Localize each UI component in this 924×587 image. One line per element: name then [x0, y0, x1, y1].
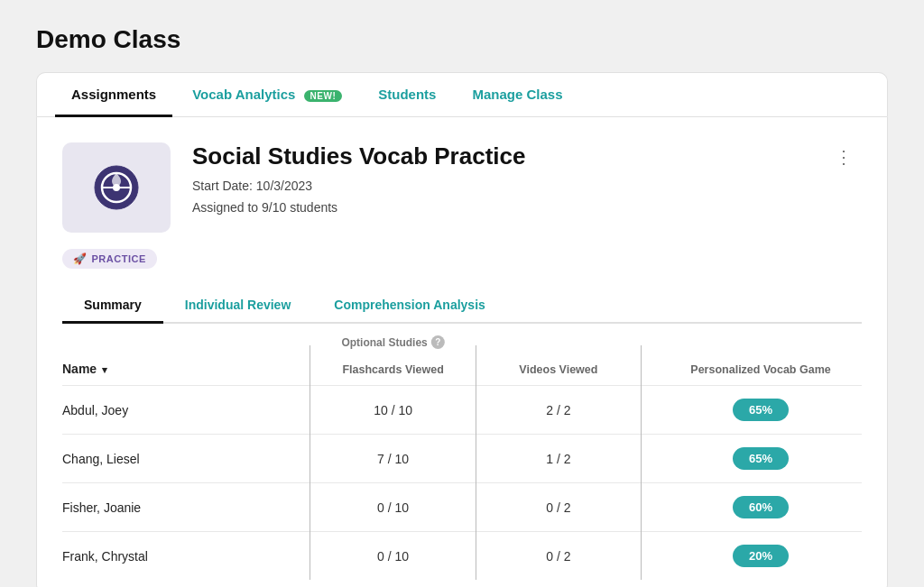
assignment-start-date: Start Date: 10/3/2023	[192, 176, 862, 197]
new-badge: NEW!	[304, 90, 343, 102]
main-content: Social Studies Vocab Practice Start Date…	[36, 116, 888, 587]
cell-flashcards: 10 / 10	[310, 386, 476, 435]
cell-flashcards: 0 / 10	[310, 483, 476, 532]
table-row: Chang, Liesel 7 / 10 1 / 2 65%	[62, 435, 862, 483]
vocab-game-badge: 20%	[733, 545, 789, 567]
practice-badge: 🚀 PRACTICE	[62, 249, 157, 269]
optional-studies-label: Optional Studies ?	[334, 335, 451, 349]
cell-name: Fisher, Joanie	[62, 483, 310, 532]
table-row: Frank, Chrystal 0 / 10 0 / 2 20%	[62, 532, 862, 581]
sort-arrow-icon: ▾	[102, 364, 107, 375]
tab-assignments[interactable]: Assignments	[55, 74, 172, 117]
col-header-vocab: Personalized Vocab Game	[642, 345, 862, 386]
cell-flashcards: 0 / 10	[310, 532, 476, 581]
table-row: Abdul, Joey 10 / 10 2 / 2 65%	[62, 386, 862, 435]
tab-manage-class[interactable]: Manage Class	[456, 74, 578, 117]
page-wrapper: Demo Class Assignments Vocab Analytics N…	[0, 0, 924, 587]
cell-videos: 0 / 2	[476, 532, 641, 581]
cell-vocab: 65%	[642, 386, 862, 435]
vocab-game-badge: 65%	[733, 447, 789, 470]
help-icon[interactable]: ?	[431, 335, 445, 349]
col-header-name[interactable]: Name ▾	[62, 345, 310, 386]
col-header-videos: Videos Viewed	[476, 345, 641, 386]
summary-table: Name ▾ Optional Studies ? Flashcards Vie…	[62, 345, 862, 580]
col-header-flashcards: Optional Studies ? Flashcards Viewed	[310, 345, 476, 386]
cell-vocab: 20%	[642, 532, 862, 581]
rocket-icon: 🚀	[73, 252, 88, 265]
cell-vocab: 65%	[642, 435, 862, 483]
assignment-header: Social Studies Vocab Practice Start Date…	[62, 142, 862, 233]
cell-videos: 0 / 2	[476, 483, 641, 532]
cell-videos: 2 / 2	[476, 386, 641, 435]
table-row: Fisher, Joanie 0 / 10 0 / 2 60%	[62, 483, 862, 532]
assignment-icon	[93, 164, 140, 211]
tab-vocab-analytics[interactable]: Vocab Analytics NEW!	[176, 74, 358, 117]
vocab-game-badge: 60%	[733, 496, 789, 518]
top-tabs-bar: Assignments Vocab Analytics NEW! Student…	[36, 72, 888, 116]
sub-tab-summary[interactable]: Summary	[62, 289, 163, 324]
more-options-button[interactable]: ⋮	[827, 142, 862, 171]
cell-name: Abdul, Joey	[62, 386, 310, 435]
assignment-icon-box	[62, 142, 171, 233]
tab-students[interactable]: Students	[362, 74, 452, 117]
assignment-title: Social Studies Vocab Practice	[192, 142, 862, 170]
assignment-info: Social Studies Vocab Practice Start Date…	[192, 142, 862, 219]
badge-label: PRACTICE	[92, 253, 146, 264]
cell-flashcards: 7 / 10	[310, 435, 476, 483]
page-title: Demo Class	[36, 25, 888, 54]
vocab-game-badge: 65%	[733, 399, 789, 421]
cell-vocab: 60%	[642, 483, 862, 532]
cell-name: Chang, Liesel	[62, 435, 310, 483]
cell-name: Frank, Chrystal	[62, 532, 310, 581]
sub-tab-comprehension-analysis[interactable]: Comprehension Analysis	[312, 289, 507, 324]
sub-tab-individual-review[interactable]: Individual Review	[163, 289, 312, 324]
assignment-assigned-to: Assigned to 9/10 students	[192, 197, 862, 219]
cell-videos: 1 / 2	[476, 435, 641, 483]
sub-tabs-bar: Summary Individual Review Comprehension …	[62, 287, 862, 324]
summary-table-section: Name ▾ Optional Studies ? Flashcards Vie…	[62, 345, 862, 580]
